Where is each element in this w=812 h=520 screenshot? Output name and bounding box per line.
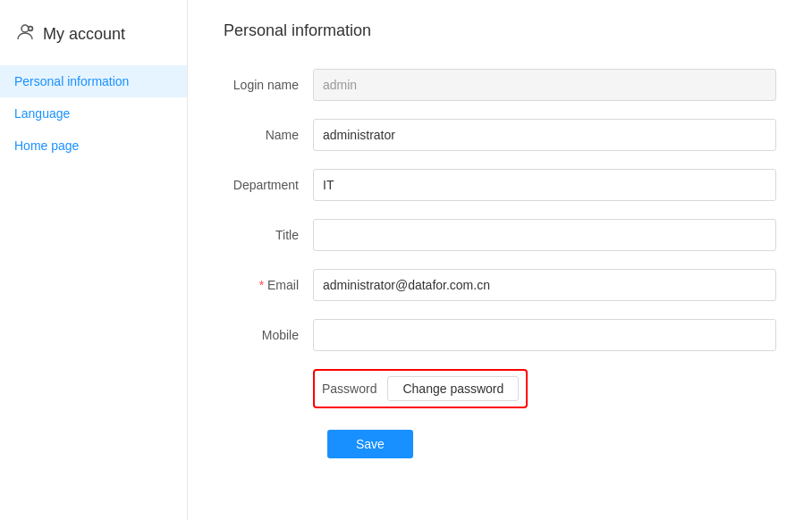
email-label: Email bbox=[224, 278, 313, 292]
email-input[interactable] bbox=[313, 269, 776, 301]
password-label: Password bbox=[322, 382, 376, 396]
name-input[interactable] bbox=[313, 119, 776, 151]
sidebar-item-language[interactable]: Language bbox=[0, 97, 187, 130]
personal-information-form: Login name Name Department Title Email bbox=[224, 69, 776, 458]
title-input[interactable] bbox=[313, 219, 776, 251]
mobile-input[interactable] bbox=[313, 319, 776, 351]
login-name-label: Login name bbox=[224, 78, 313, 92]
password-wrapper: Password Change password bbox=[313, 369, 528, 408]
title-row: Title bbox=[224, 219, 776, 251]
name-label: Name bbox=[224, 128, 313, 142]
save-button[interactable]: Save bbox=[327, 430, 413, 458]
department-label: Department bbox=[224, 178, 313, 192]
sidebar-title: My account bbox=[43, 25, 125, 44]
app-layout: My account Personal information Language… bbox=[0, 0, 812, 520]
sidebar-nav: Personal information Language Home page bbox=[0, 65, 187, 162]
sidebar-link-language[interactable]: Language bbox=[0, 97, 187, 130]
main-content: Personal information Login name Name Dep… bbox=[188, 0, 812, 520]
department-input[interactable] bbox=[313, 169, 776, 201]
page-title: Personal information bbox=[224, 21, 776, 40]
sidebar-header: My account bbox=[0, 14, 187, 65]
login-name-input bbox=[313, 69, 776, 101]
change-password-button[interactable]: Change password bbox=[387, 376, 519, 401]
sidebar-item-home-page[interactable]: Home page bbox=[0, 130, 187, 162]
password-row: Password Change password bbox=[224, 369, 776, 408]
mobile-row: Mobile bbox=[224, 319, 776, 351]
sidebar-link-personal-information[interactable]: Personal information bbox=[0, 65, 187, 97]
sidebar-link-home-page[interactable]: Home page bbox=[0, 130, 187, 162]
sidebar-item-personal-information[interactable]: Personal information bbox=[0, 65, 187, 97]
title-label: Title bbox=[224, 228, 313, 242]
email-row: Email bbox=[224, 269, 776, 301]
user-settings-icon bbox=[14, 21, 36, 47]
login-name-row: Login name bbox=[224, 69, 776, 101]
name-row: Name bbox=[224, 119, 776, 151]
mobile-label: Mobile bbox=[224, 328, 313, 342]
sidebar: My account Personal information Language… bbox=[0, 0, 188, 520]
department-row: Department bbox=[224, 169, 776, 201]
